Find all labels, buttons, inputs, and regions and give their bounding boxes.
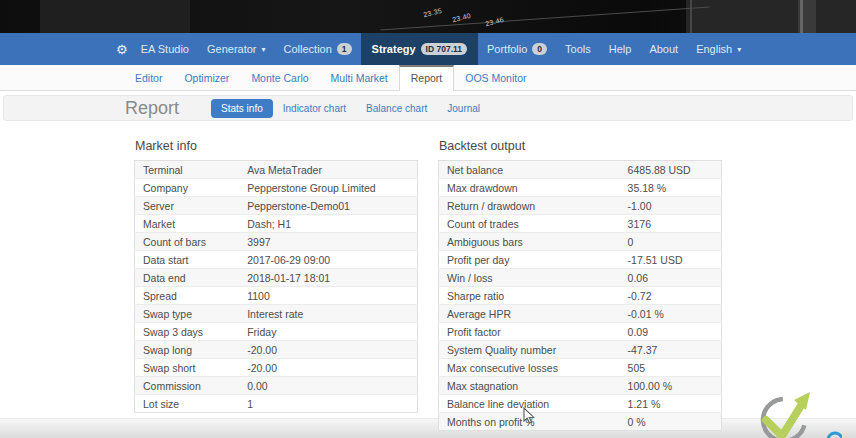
tab-optimizer[interactable]: Optimizer	[173, 66, 240, 90]
table-row: TerminalAva MetaTrader	[135, 161, 418, 179]
nav-generator[interactable]: Generator▾	[198, 33, 275, 65]
nav-portfolio-label: Portfolio	[487, 43, 527, 55]
nav-help[interactable]: Help	[600, 33, 641, 65]
stat-value: Pepperstone Group Limited	[239, 179, 417, 197]
tab-oos-monitor[interactable]: OOS Monitor	[454, 66, 537, 90]
stat-value: Friday	[239, 323, 417, 341]
stat-value: 100.00 %	[620, 377, 722, 395]
table-row: Profit per day-17.51 USD	[439, 251, 722, 269]
stat-value: -1.00	[620, 197, 722, 215]
table-row: Return / drawdown-1.00	[439, 197, 722, 215]
stat-value: Pepperstone-Demo01	[239, 197, 417, 215]
nav-about-label: About	[649, 43, 678, 55]
nav-ea-studio[interactable]: EA Studio	[132, 33, 198, 65]
stat-label: Swap short	[135, 359, 240, 377]
stat-value: Ava MetaTrader	[239, 161, 417, 179]
nav-generator-label: Generator	[207, 43, 257, 55]
table-row: CompanyPepperstone Group Limited	[135, 179, 418, 197]
market-info-table: TerminalAva MetaTraderCompanyPepperstone…	[134, 160, 418, 413]
tab-multi-market[interactable]: Multi Market	[320, 66, 399, 90]
stat-value: -0.01 %	[620, 305, 722, 323]
stat-value: -20.00	[239, 359, 417, 377]
pill-journal[interactable]: Journal	[437, 99, 490, 118]
chart-time-label: 23.40	[451, 12, 471, 23]
table-row: Months on profit %0 %	[439, 413, 722, 431]
page-title: Report	[125, 98, 179, 119]
nav-tools[interactable]: Tools	[556, 33, 600, 65]
table-row: Balance line deviation1.21 %	[439, 395, 722, 413]
mouse-cursor	[523, 407, 537, 429]
stat-value: 3176	[620, 215, 722, 233]
stat-label: Company	[135, 179, 240, 197]
nav-help-label: Help	[609, 43, 632, 55]
table-row: Spread1100	[135, 287, 418, 305]
nav-collection[interactable]: Collection1	[275, 33, 361, 65]
nav-portfolio[interactable]: Portfolio0	[478, 33, 556, 65]
table-row: Swap short-20.00	[135, 359, 418, 377]
nav-strategy-label: Strategy	[372, 43, 416, 55]
stat-label: Swap 3 days	[135, 323, 240, 341]
stat-label: Commission	[135, 377, 240, 395]
tab-report[interactable]: Report	[399, 65, 455, 91]
stat-label: Return / drawdown	[439, 197, 620, 215]
stat-value: 0.00	[239, 377, 417, 395]
tab-editor[interactable]: Editor	[124, 66, 173, 90]
stat-value: -0.72	[620, 287, 722, 305]
market-info-title: Market info	[135, 139, 418, 153]
navbar-items: ⚙ EA Studio Generator▾ Collection1 Strat…	[0, 33, 687, 65]
stat-value: 0.06	[620, 269, 722, 287]
table-row: Win / loss0.06	[439, 269, 722, 287]
stat-label: Terminal	[135, 161, 240, 179]
report-header-band: Report Stats info Indicator chart Balanc…	[3, 95, 853, 121]
backtest-output-panel: Backtest output Net balance6485.88 USDMa…	[438, 139, 722, 431]
stat-value: 0 %	[620, 413, 722, 431]
stat-label: Max consecutive losses	[439, 359, 620, 377]
stat-value: 3997	[239, 233, 417, 251]
language-selector[interactable]: English▾	[687, 33, 750, 65]
pill-indicator-chart[interactable]: Indicator chart	[273, 99, 356, 118]
backtest-output-title: Backtest output	[439, 139, 722, 153]
stat-value: 1100	[239, 287, 417, 305]
market-info-panel: Market info TerminalAva MetaTraderCompan…	[134, 139, 418, 431]
collection-count-badge: 1	[337, 43, 352, 55]
table-row: Sharpe ratio-0.72	[439, 287, 722, 305]
nav-about[interactable]: About	[640, 33, 687, 65]
stat-label: Swap type	[135, 305, 240, 323]
stat-value: -47.37	[620, 341, 722, 359]
table-row: Max stagnation100.00 %	[439, 377, 722, 395]
stat-label: Lot size	[135, 395, 240, 413]
table-row: Net balance6485.88 USD	[439, 161, 722, 179]
language-label: English	[696, 43, 732, 55]
stat-label: Max drawdown	[439, 179, 620, 197]
stat-value: 2018-01-17 18:01	[239, 269, 417, 287]
stat-value: 6485.88 USD	[620, 161, 722, 179]
stat-label: Swap long	[135, 341, 240, 359]
table-row: Average HPR-0.01 %	[439, 305, 722, 323]
video-background: 23.35 23.40 23.46	[0, 0, 856, 33]
stat-value: -20.00	[239, 341, 417, 359]
stat-label: Profit per day	[439, 251, 620, 269]
stat-value: 505	[620, 359, 722, 377]
table-row: Lot size1	[135, 395, 418, 413]
table-row: Count of trades3176	[439, 215, 722, 233]
chart-time-label: 23.46	[484, 16, 504, 27]
nav-strategy[interactable]: StrategyID 707.11	[361, 33, 478, 65]
stat-value: 1.21 %	[620, 395, 722, 413]
pill-balance-chart[interactable]: Balance chart	[356, 99, 437, 118]
app-screen: 23.35 23.40 23.46 ⚙ EA Studio Generator▾…	[0, 0, 856, 438]
main-navbar: ⚙ EA Studio Generator▾ Collection1 Strat…	[0, 33, 856, 65]
stat-value: Interest rate	[239, 305, 417, 323]
stat-label: Spread	[135, 287, 240, 305]
table-row: Profit factor0.09	[439, 323, 722, 341]
table-row: Max consecutive losses505	[439, 359, 722, 377]
settings-gear-icon[interactable]: ⚙	[116, 33, 132, 65]
pill-stats-info[interactable]: Stats info	[211, 99, 273, 118]
strategy-id-badge: ID 707.11	[421, 43, 467, 55]
stat-value: Dash; H1	[239, 215, 417, 233]
table-row: Commission0.00	[135, 377, 418, 395]
tab-monte-carlo[interactable]: Monte Carlo	[240, 66, 319, 90]
stat-label: Ambiguous bars	[439, 233, 620, 251]
table-row: MarketDash; H1	[135, 215, 418, 233]
table-row: Count of bars3997	[135, 233, 418, 251]
stat-label: Net balance	[439, 161, 620, 179]
